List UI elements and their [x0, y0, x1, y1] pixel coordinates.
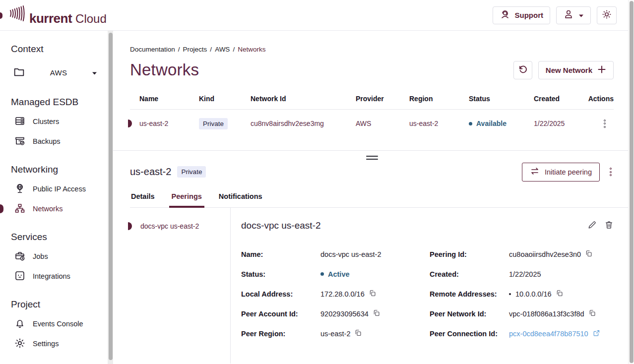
edit-peering-button[interactable]: [587, 220, 597, 231]
briefcase-clock-icon: [14, 250, 26, 263]
copy-peer-network-id-button[interactable]: [589, 309, 596, 318]
page-title: Networks: [130, 61, 199, 79]
open-peer-connection-button[interactable]: [593, 329, 600, 338]
sidebar-item-integrations[interactable]: Integrations: [11, 266, 108, 286]
table-row[interactable]: us-east-2 Private cu8nv8airsdhv2ese3mg A…: [130, 110, 614, 137]
column-header-actions: Actions: [587, 95, 614, 103]
breadcrumb-part[interactable]: Documentation: [130, 46, 175, 53]
breadcrumb: Documentation/Projects/AWS/Networks: [130, 46, 614, 53]
kurrent-cloud-logo[interactable]: kurrent Cloud: [9, 4, 107, 26]
header-edge-marker: [0, 12, 2, 19]
peer-connection-id-link[interactable]: pcx-0cd8eea4f78b87510: [509, 330, 588, 338]
field-label-peer-region: Peer Region:: [241, 324, 320, 344]
section-heading-networking: Networking: [11, 164, 108, 175]
initiate-peering-label: Initiate peering: [545, 168, 592, 176]
sidebar-item-backups[interactable]: Backups: [11, 131, 108, 151]
peering-list: docs-vpc us-east-2: [113, 208, 231, 364]
selected-peering-marker: [128, 222, 132, 230]
section-heading-managed-esdb: Managed ESDB: [11, 97, 108, 108]
peering-detail: docs-vpc us-east-2: [231, 208, 628, 364]
initiate-peering-button[interactable]: Initiate peering: [522, 163, 600, 182]
new-network-button[interactable]: New Network: [538, 61, 614, 79]
section-heading-services: Services: [11, 232, 108, 243]
theme-toggle-button[interactable]: [597, 6, 617, 24]
globe-stand-icon: [14, 182, 26, 196]
network-actions-menu-button[interactable]: [608, 166, 614, 178]
sidebar-scrollbar[interactable]: [108, 31, 113, 364]
refresh-icon: [517, 64, 528, 76]
cell-network-id: cu8nv8airsdhv2ese3mg: [251, 120, 356, 127]
sidebar-item-label: Jobs: [33, 252, 48, 260]
field-label-remote-addresses: Remote Addresses:: [430, 284, 509, 304]
sidebar-item-events-console[interactable]: Events Console: [11, 314, 108, 334]
peering-title: docs-vpc us-east-2: [241, 220, 321, 231]
field-value-peer-network-id: vpc-018f086a13f3c3f8d: [509, 310, 584, 318]
sidebar-item-settings[interactable]: Settings: [11, 334, 108, 354]
field-label-local-address: Local Address:: [241, 284, 320, 304]
server-stack-icon: [14, 115, 26, 128]
caret-down-icon: [92, 68, 97, 77]
copy-peering-id-button[interactable]: [585, 250, 592, 258]
tab-peerings[interactable]: Peerings: [171, 188, 203, 207]
field-label-peer-network-id: Peer Network Id:: [430, 304, 509, 324]
column-header-network-id: Network Id: [251, 95, 356, 103]
row-actions-menu-button[interactable]: [602, 118, 608, 130]
delete-peering-button[interactable]: [604, 220, 614, 231]
breadcrumb-separator: /: [233, 46, 235, 53]
outlet-icon: [14, 270, 26, 283]
copy-peer-account-id-button[interactable]: [373, 309, 380, 318]
copy-icon: [355, 329, 362, 338]
user-icon: [563, 9, 574, 21]
user-menu-button[interactable]: [556, 6, 591, 24]
panel-drag-handle[interactable]: [366, 156, 378, 160]
sidebar-item-networks[interactable]: Networks: [11, 199, 108, 219]
status-dot: [469, 122, 472, 125]
copy-peer-region-button[interactable]: [355, 329, 362, 338]
tab-notifications[interactable]: Notifications: [218, 188, 263, 207]
field-value-peering-id: cu8oaoiirsdhv2ese3n0: [509, 250, 581, 258]
column-header-provider: Provider: [356, 95, 409, 103]
app-window: kurrent Cloud Support: [0, 0, 634, 364]
field-value-peer-account-id: 920293095634: [320, 310, 369, 318]
copy-icon: [556, 290, 563, 298]
sidebar-section-services: Services Jobs: [11, 232, 108, 286]
sidebar-item-label: Backups: [33, 137, 61, 145]
copy-remote-addresses-button[interactable]: [556, 290, 563, 298]
sidebar-item-clusters[interactable]: Clusters: [11, 112, 108, 131]
status-badge: Available: [476, 120, 507, 127]
folder-icon: [13, 65, 25, 80]
sidebar-item-label: Settings: [33, 340, 59, 348]
headset-icon: [500, 9, 510, 21]
peering-list-item[interactable]: docs-vpc us-east-2: [113, 219, 230, 234]
sidebar-item-label: Clusters: [33, 118, 59, 125]
copy-local-address-button[interactable]: [369, 290, 376, 298]
support-button[interactable]: Support: [493, 6, 551, 24]
network-detail-title: us-east-2: [130, 166, 171, 178]
breadcrumb-part[interactable]: AWS: [215, 46, 230, 53]
peering-list-item-label: docs-vpc us-east-2: [140, 222, 199, 230]
field-label-status: Status:: [241, 264, 320, 284]
sidebar-section-managed-esdb: Managed ESDB Clusters: [11, 97, 108, 151]
swap-arrows-icon: [530, 167, 540, 177]
window-scrollbar-thumb[interactable]: [630, 1, 634, 363]
window-scrollbar[interactable]: [628, 0, 634, 364]
sidebar-scrollbar-thumb[interactable]: [109, 33, 113, 360]
column-header-kind: Kind: [199, 95, 251, 103]
field-label-created: Created:: [430, 264, 509, 284]
main-content: Documentation/Projects/AWS/Networks Netw…: [113, 31, 628, 364]
breadcrumb-part[interactable]: Projects: [183, 46, 207, 53]
sidebar-item-jobs[interactable]: Jobs: [11, 246, 108, 266]
tab-details[interactable]: Details: [130, 188, 156, 207]
cell-created: 1/22/2025: [534, 120, 587, 127]
context-selector-value: AWS: [25, 68, 92, 77]
header-actions: Support: [493, 6, 617, 24]
kurrent-waves-icon: [9, 4, 27, 25]
sun-icon: [601, 9, 612, 21]
sidebar-item-public-ip-access[interactable]: Public IP Access: [11, 179, 108, 199]
context-selector[interactable]: AWS: [13, 65, 97, 80]
copy-icon: [369, 290, 376, 298]
field-value-status: Active: [328, 270, 350, 278]
active-item-marker: [0, 204, 3, 213]
breadcrumb-separator: /: [178, 46, 180, 53]
refresh-button[interactable]: [513, 61, 532, 79]
